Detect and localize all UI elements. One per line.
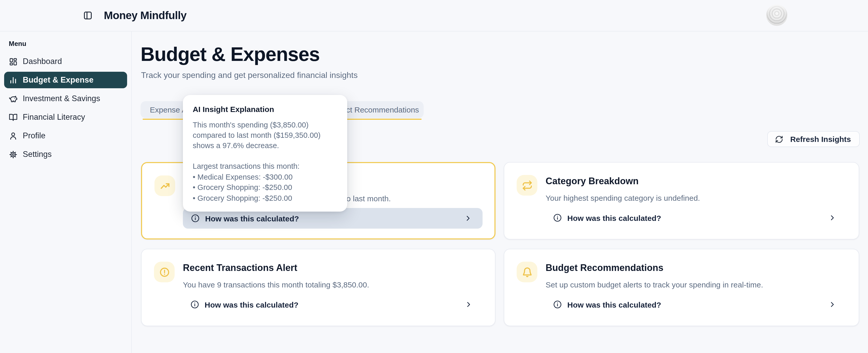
card-title: Budget Recommendations: [546, 263, 663, 274]
sidebar-item-financial-literacy[interactable]: Financial Literacy: [4, 109, 127, 126]
sidebar-item-label: Profile: [23, 131, 45, 140]
chevron-right-icon: [464, 214, 472, 222]
sidebar-item-dashboard[interactable]: Dashboard: [4, 53, 127, 70]
app-window: Money Mindfully Menu Dashboard Budget & …: [0, 0, 868, 353]
chevron-right-icon: [828, 214, 836, 222]
sidebar-item-label: Investment & Savings: [23, 94, 100, 103]
info-icon: [190, 300, 199, 309]
sidebar-item-label: Dashboard: [23, 57, 62, 66]
chevron-right-icon: [828, 301, 836, 309]
popup-body: This month's spending ($3,850.00) compar…: [193, 120, 338, 151]
sidebar: Menu Dashboard Budget & Expense Investme…: [0, 31, 132, 353]
dashboard-icon: [9, 57, 18, 66]
bell-icon: [522, 267, 532, 277]
chevron-right-icon: [464, 301, 473, 309]
sidebar-item-investment-savings[interactable]: Investment & Savings: [4, 90, 127, 107]
piggy-bank-icon: [9, 94, 18, 103]
sidebar-toggle-button[interactable]: [83, 10, 93, 21]
popup-title: AI Insight Explanation: [193, 105, 338, 113]
icon-box: [517, 175, 537, 196]
alert-circle-icon: [159, 267, 170, 277]
ai-insight-explanation-popup: AI Insight Explanation This month's spen…: [183, 95, 347, 212]
popup-list-heading: Largest transactions this month:: [193, 161, 338, 172]
info-icon: [553, 300, 562, 309]
gear-icon: [9, 150, 18, 159]
how-calculated-label: How was this calculated?: [205, 214, 299, 223]
how-calculated-row[interactable]: How was this calculated?: [545, 294, 847, 315]
top-bar: Money Mindfully: [0, 0, 868, 32]
refresh-insights-label: Refresh Insights: [790, 135, 851, 143]
repeat-icon: [522, 180, 532, 191]
bar-chart-icon: [9, 76, 18, 84]
popup-list-item: • Grocery Shopping: -$250.00: [193, 193, 338, 203]
refresh-icon: [775, 135, 783, 143]
how-calculated-row[interactable]: How was this calculated?: [182, 294, 483, 315]
trending-up-icon: [159, 180, 170, 191]
icon-box: [154, 175, 175, 196]
popup-transaction-list: Largest transactions this month: • Medic…: [193, 161, 338, 203]
main-content: Budget & Expenses Track your spending an…: [132, 31, 868, 353]
card-title: Recent Transactions Alert: [183, 263, 297, 274]
icon-box: [517, 262, 537, 282]
card-subtitle: Set up custom budget alerts to track you…: [546, 280, 763, 289]
page-title: Budget & Expenses: [141, 43, 319, 66]
panel-left-icon: [83, 10, 93, 21]
card-category-breakdown: Category Breakdown Your highest spending…: [504, 162, 859, 240]
card-subtitle: Your highest spending category is undefi…: [546, 193, 700, 202]
sidebar-item-settings[interactable]: Settings: [4, 146, 127, 163]
popup-list-item: • Grocery Shopping: -$250.00: [193, 182, 338, 193]
avatar[interactable]: [766, 5, 787, 26]
how-calculated-row[interactable]: How was this calculated?: [545, 208, 847, 228]
card-budget-recommendations: Budget Recommendations Set up custom bud…: [504, 249, 859, 326]
sidebar-item-profile[interactable]: Profile: [4, 128, 127, 144]
how-calculated-label: How was this calculated?: [567, 300, 661, 309]
refresh-insights-button[interactable]: Refresh Insights: [768, 131, 860, 147]
app-title: Money Mindfully: [104, 9, 187, 22]
book-open-icon: [9, 113, 18, 121]
sidebar-item-label: Financial Literacy: [23, 112, 85, 122]
how-calculated-label: How was this calculated?: [205, 300, 299, 309]
sidebar-menu-label: Menu: [9, 40, 127, 47]
icon-box: [154, 262, 175, 282]
page-subtitle: Track your spending and get personalized…: [141, 71, 358, 80]
info-icon: [191, 214, 200, 223]
user-icon: [9, 131, 18, 140]
card-recent-transactions-alert: Recent Transactions Alert You have 9 tra…: [141, 249, 495, 326]
card-title: Category Breakdown: [546, 176, 639, 187]
how-calculated-label: How was this calculated?: [567, 213, 661, 222]
popup-list-item: • Medical Expenses: -$300.00: [193, 172, 338, 182]
sidebar-item-label: Settings: [23, 150, 52, 159]
sidebar-item-label: Budget & Expense: [23, 75, 94, 85]
sidebar-item-budget-expense[interactable]: Budget & Expense: [4, 72, 127, 88]
info-icon: [553, 213, 562, 222]
card-subtitle: You have 9 transactions this month total…: [183, 280, 369, 289]
